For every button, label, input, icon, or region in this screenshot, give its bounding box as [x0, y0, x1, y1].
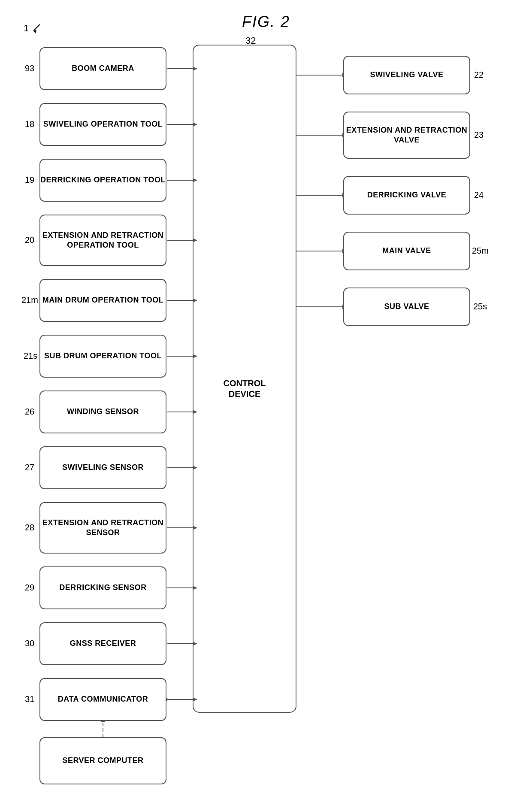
ref-26: 26	[25, 407, 34, 417]
svg-marker-16	[193, 354, 197, 358]
data-communicator-box: DATA COMMUNICATOR	[39, 678, 166, 721]
ref-19: 19	[25, 175, 34, 185]
ref-25s: 25s	[473, 302, 487, 312]
svg-marker-22	[193, 526, 197, 530]
ref-27: 27	[25, 463, 34, 472]
boom-camera-box: BOOM CAMERA	[39, 47, 166, 90]
ref-25m: 25m	[472, 246, 489, 256]
main-valve-box: MAIN VALVE	[343, 232, 470, 270]
control-device-ref: 32	[245, 35, 256, 46]
svg-text:CONTROL: CONTROL	[224, 378, 266, 388]
derricking-sensor-box: DERRICKING SENSOR	[39, 566, 166, 609]
ref-22: 22	[474, 70, 484, 80]
derricking-valve-box: DERRICKING VALVE	[343, 176, 470, 215]
svg-marker-24	[193, 586, 197, 590]
server-computer-box: SERVER COMPUTER	[39, 737, 166, 784]
ref-30: 30	[25, 639, 34, 648]
gnss-receiver-box: GNSS RECEIVER	[39, 622, 166, 665]
sub-drum-op-box: SUB DRUM OPERATION TOOL	[39, 335, 166, 378]
sub-valve-box: SUB VALVE	[343, 288, 470, 326]
ref-24: 24	[474, 190, 484, 200]
svg-marker-20	[193, 466, 197, 470]
svg-line-0	[33, 24, 40, 31]
swiveling-op-box: SWIVELING OPERATION TOOL	[39, 103, 166, 146]
derricking-op-box: DERRICKING OPERATION TOOL	[39, 159, 166, 202]
extension-op-box: EXTENSION AND RETRACTION OPERATION TOOL	[39, 215, 166, 266]
ref-1: 1	[24, 22, 44, 35]
svg-rect-2	[193, 45, 296, 712]
extension-sensor-box: EXTENSION AND RETRACTION SENSOR	[39, 502, 166, 554]
svg-marker-10	[193, 178, 197, 182]
ref-18: 18	[25, 119, 34, 129]
svg-marker-6	[193, 67, 197, 71]
svg-marker-14	[193, 298, 197, 303]
svg-marker-18	[193, 410, 197, 414]
ref-29: 29	[25, 583, 34, 593]
extension-valve-box: EXTENSION AND RETRACTION VALVE	[343, 112, 470, 159]
ref-23: 23	[474, 130, 484, 140]
main-drum-op-box: MAIN DRUM OPERATION TOOL	[39, 279, 166, 322]
ref-20: 20	[25, 235, 34, 245]
diagram-container: FIG. 2 1 32 CONTROL DEVICE	[0, 0, 532, 793]
figure-title: FIG. 2	[242, 13, 290, 31]
swiveling-sensor-box: SWIVELING SENSOR	[39, 446, 166, 489]
ref1-arrow-icon	[31, 22, 44, 35]
svg-marker-26	[193, 642, 197, 646]
ref-93: 93	[25, 64, 34, 73]
svg-marker-12	[193, 238, 197, 242]
ref-21s: 21s	[24, 351, 37, 361]
svg-marker-28	[193, 697, 197, 702]
swiveling-valve-box: SWIVELING VALVE	[343, 56, 470, 94]
svg-marker-8	[193, 122, 197, 127]
svg-text:DEVICE: DEVICE	[229, 389, 260, 399]
ref-31: 31	[25, 694, 34, 704]
ref-21m: 21m	[21, 295, 38, 305]
winding-sensor-box: WINDING SENSOR	[39, 390, 166, 433]
ref-28: 28	[25, 523, 34, 533]
